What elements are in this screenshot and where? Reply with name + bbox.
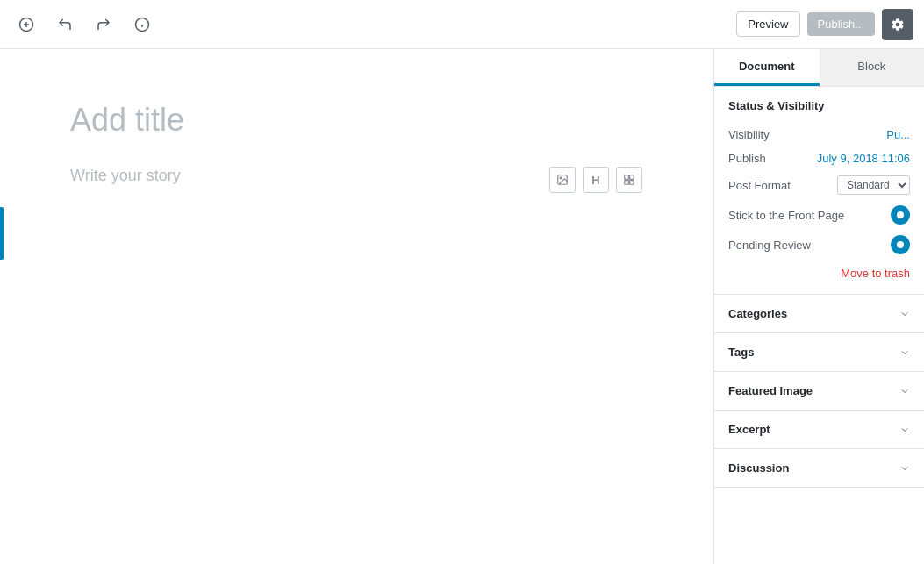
preview-button[interactable]: Preview [736, 11, 799, 37]
publish-button[interactable]: Publish... [807, 12, 875, 36]
heading-icon: H [591, 174, 599, 187]
blue-accent-bar [0, 207, 4, 260]
sidebar: Document Block Status & Visibility Visib… [713, 49, 924, 564]
main-layout: Add title Write your story H [0, 49, 924, 564]
featured-image-section: Featured Image [714, 372, 924, 411]
svg-rect-9 [630, 175, 634, 180]
undo-button[interactable] [49, 9, 81, 40]
svg-point-7 [560, 177, 562, 179]
post-format-row: Post Format Standard [728, 170, 910, 200]
post-format-label: Post Format [728, 179, 791, 192]
visibility-value[interactable]: Pu... [886, 128, 910, 141]
discussion-title: Discussion [728, 461, 789, 475]
visibility-label: Visibility [728, 128, 770, 141]
tags-header[interactable]: Tags [714, 333, 924, 371]
discussion-chevron-icon [899, 463, 910, 474]
visibility-row: Visibility Pu... [728, 123, 910, 146]
categories-title: Categories [728, 307, 787, 320]
add-block-button[interactable] [11, 9, 42, 40]
gear-icon [891, 18, 905, 32]
editor-area[interactable]: Add title Write your story H [0, 49, 713, 564]
editor-body-area: Write your story H [70, 167, 642, 193]
status-visibility-title: Status & Visibility [714, 87, 924, 112]
settings-button[interactable] [882, 9, 913, 40]
pending-label: Pending Review [728, 239, 811, 252]
discussion-header[interactable]: Discussion [714, 449, 924, 487]
categories-section: Categories [714, 295, 924, 333]
stick-label: Stick to the Front Page [728, 209, 844, 222]
tags-chevron-icon [899, 347, 910, 358]
categories-chevron-icon [899, 309, 910, 319]
sidebar-tabs: Document Block [714, 49, 924, 87]
excerpt-header[interactable]: Excerpt [714, 411, 924, 448]
excerpt-chevron-icon [899, 425, 910, 435]
svg-rect-10 [625, 181, 629, 185]
featured-image-header[interactable]: Featured Image [714, 372, 924, 410]
image-tool-button[interactable] [549, 167, 576, 193]
publish-row: Publish July 9, 2018 11:06 [728, 146, 910, 170]
info-button[interactable] [126, 9, 158, 40]
excerpt-title: Excerpt [728, 423, 770, 436]
excerpt-section: Excerpt [714, 411, 924, 449]
redo-button[interactable] [88, 9, 119, 40]
post-format-select[interactable]: Standard [837, 175, 910, 195]
body-placeholder[interactable]: Write your story [70, 167, 535, 185]
discussion-section: Discussion [714, 449, 924, 488]
publish-value[interactable]: July 9, 2018 11:06 [817, 152, 910, 165]
featured-image-chevron-icon [899, 386, 910, 396]
editor-inline-tools: H [549, 167, 642, 193]
categories-header[interactable]: Categories [714, 295, 924, 332]
gallery-tool-button[interactable] [616, 167, 642, 193]
featured-image-title: Featured Image [728, 384, 813, 397]
stick-row: Stick to the Front Page [728, 200, 910, 230]
svg-rect-11 [630, 181, 634, 185]
status-visibility-section: Status & Visibility Visibility Pu... Pub… [714, 87, 924, 295]
toolbar: Preview Publish... [0, 0, 924, 49]
heading-tool-button[interactable]: H [583, 167, 609, 193]
pending-toggle[interactable] [891, 235, 910, 254]
tags-title: Tags [728, 346, 754, 359]
publish-label: Publish [728, 152, 766, 165]
toolbar-right: Preview Publish... [736, 9, 913, 40]
tab-block[interactable]: Block [820, 49, 925, 86]
toolbar-left [11, 9, 158, 40]
tab-document[interactable]: Document [714, 49, 820, 86]
pending-row: Pending Review [728, 230, 910, 260]
status-visibility-body: Visibility Pu... Publish July 9, 2018 11… [714, 112, 924, 294]
svg-rect-8 [625, 175, 629, 180]
tags-section: Tags [714, 333, 924, 372]
stick-toggle[interactable] [891, 205, 910, 225]
title-placeholder[interactable]: Add title [70, 102, 642, 139]
move-to-trash-link[interactable]: Move to trash [728, 260, 910, 283]
